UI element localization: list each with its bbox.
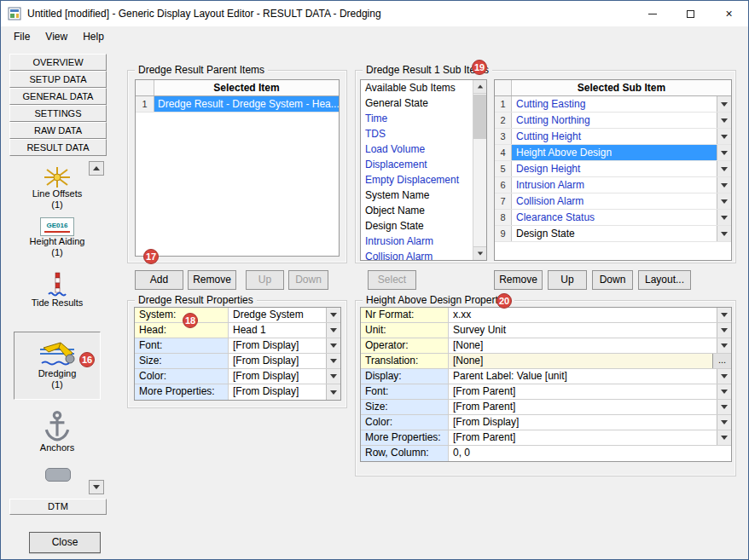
table-row[interactable]: 3 Cutting Height [495, 129, 731, 145]
font-dropdown[interactable]: [From Parent] [449, 384, 717, 399]
display-dropdown[interactable]: Parent Label: Value [unit] [449, 369, 717, 384]
dropdown-button[interactable] [717, 430, 731, 445]
menu-file[interactable]: File [6, 28, 38, 45]
sub-item-value[interactable]: Cutting Easting [512, 96, 717, 112]
dropdown-button[interactable] [326, 369, 340, 384]
dropdown-button[interactable] [717, 308, 731, 322]
size-dropdown[interactable]: [From Display] [229, 354, 326, 368]
sub-item-value[interactable]: Design State [512, 226, 717, 241]
table-row[interactable]: 2 Cutting Northing [495, 113, 731, 129]
translation-ellipsis-button[interactable]: ... [712, 354, 731, 368]
dropdown-button[interactable] [326, 308, 340, 322]
dropdown-button[interactable] [717, 415, 731, 430]
menu-view[interactable]: View [38, 28, 75, 45]
sidebar-item-raw-data[interactable]: RAW DATA [9, 122, 107, 139]
list-item[interactable]: Empty Displacement [361, 172, 486, 188]
sidebar-item-height-aiding[interactable]: GE016 Height Aiding (1) [13, 217, 102, 258]
sidebar-item-general-data[interactable]: GENERAL DATA [9, 88, 107, 105]
list-item[interactable]: General State [361, 95, 486, 111]
dropdown-button[interactable] [717, 323, 731, 338]
table-row[interactable]: 7 Collision Alarm [495, 193, 731, 210]
dropdown-button[interactable] [717, 113, 731, 128]
up-sub-button[interactable]: Up [548, 270, 587, 290]
list-item[interactable]: System Name [361, 188, 486, 203]
operator-dropdown[interactable]: [None] [449, 338, 717, 353]
sub-item-value[interactable]: Intrusion Alarm [512, 177, 717, 193]
parent-item-value[interactable]: Dredge Result - Dredge System - Hea... [154, 96, 339, 112]
sub-item-value[interactable]: Collision Alarm [512, 193, 717, 209]
dropdown-button[interactable] [717, 145, 731, 160]
down-parent-button[interactable]: Down [288, 270, 328, 290]
select-button[interactable]: Select [368, 270, 416, 290]
scroll-up-button[interactable] [473, 80, 486, 94]
nr-format-dropdown[interactable]: x.xx [449, 308, 717, 322]
dropdown-button[interactable] [326, 338, 340, 353]
sidebar-item-anchors[interactable]: Anchors [13, 410, 102, 453]
dropdown-button[interactable] [717, 129, 731, 144]
down-sub-button[interactable]: Down [592, 270, 633, 290]
sub-item-value[interactable]: Cutting Northing [512, 113, 717, 128]
menu-help[interactable]: Help [75, 28, 112, 45]
table-row[interactable]: 8 Clearance Status [495, 210, 731, 226]
table-row[interactable]: 1 Cutting Easting [495, 96, 731, 113]
list-item[interactable]: Load Volume [361, 141, 486, 157]
more-properties-dropdown[interactable]: [From Parent] [449, 430, 717, 445]
system-dropdown[interactable]: Dredge System [229, 308, 326, 322]
size-dropdown[interactable]: [From Parent] [449, 400, 717, 414]
dropdown-button[interactable] [717, 400, 731, 414]
list-item[interactable]: TDS [361, 126, 486, 141]
dropdown-button[interactable] [717, 226, 731, 241]
maximize-button[interactable] [671, 1, 710, 26]
sidebar-item-overview[interactable]: OVERVIEW [9, 54, 107, 71]
unit-dropdown[interactable]: Survey Unit [449, 323, 717, 338]
table-row-selected[interactable]: 4 Height Above Design [495, 145, 731, 161]
table-row[interactable]: 1 Dredge Result - Dredge System - Hea... [136, 96, 339, 113]
table-row[interactable]: 6 Intrusion Alarm [495, 177, 731, 193]
sub-item-value[interactable]: Design Height [512, 161, 717, 176]
list-item[interactable]: Time [361, 111, 486, 126]
table-row[interactable]: 5 Design Height [495, 161, 731, 177]
remove-parent-button[interactable]: Remove [188, 270, 236, 290]
remove-sub-button[interactable]: Remove [494, 270, 543, 290]
add-button[interactable]: Add [135, 270, 183, 290]
sidebar-item-line-offsets[interactable]: Line Offsets (1) [13, 166, 102, 211]
sidebar-item-tide-results[interactable]: Tide Results [13, 272, 102, 309]
list-item[interactable]: Displacement [361, 157, 486, 172]
sidebar-item-dtm[interactable]: DTM [9, 499, 107, 515]
dropdown-button[interactable] [717, 210, 731, 225]
font-dropdown[interactable]: [From Display] [229, 338, 326, 353]
scroll-down-button[interactable] [473, 246, 486, 260]
sub-item-value[interactable]: Height Above Design [512, 145, 717, 160]
head-dropdown[interactable]: Head 1 [229, 323, 326, 338]
dropdown-button[interactable] [717, 369, 731, 384]
up-parent-button[interactable]: Up [246, 270, 284, 290]
dropdown-button[interactable] [717, 161, 731, 176]
list-item[interactable]: Collision Alarm [361, 249, 486, 261]
scrollbar-thumb[interactable] [473, 95, 486, 139]
dropdown-button[interactable] [326, 384, 340, 400]
minimize-button[interactable] [633, 1, 671, 26]
sidebar-item-result-data[interactable]: RESULT DATA [9, 139, 107, 156]
list-item[interactable]: Intrusion Alarm [361, 234, 486, 249]
list-item[interactable]: Design State [361, 218, 486, 234]
more-properties-dropdown[interactable]: [From Display] [229, 384, 326, 400]
sub-item-value[interactable]: Cutting Height [512, 129, 717, 144]
available-scrollbar[interactable] [473, 80, 486, 260]
sub-item-value[interactable]: Clearance Status [512, 210, 717, 225]
color-dropdown[interactable]: [From Display] [449, 415, 717, 430]
translation-field[interactable]: [None] [449, 354, 712, 368]
close-window-button[interactable]: × [710, 1, 748, 26]
color-dropdown[interactable]: [From Display] [229, 369, 326, 384]
dropdown-button[interactable] [717, 193, 731, 209]
close-button[interactable]: Close [29, 532, 101, 553]
dropdown-button[interactable] [326, 323, 340, 338]
dropdown-button[interactable] [326, 354, 340, 368]
dropdown-button[interactable] [717, 96, 731, 112]
dropdown-button[interactable] [717, 384, 731, 399]
dropdown-button[interactable] [717, 177, 731, 193]
layout-button[interactable]: Layout... [638, 270, 691, 290]
table-row[interactable]: 9 Design State [495, 226, 731, 242]
sidebar-item-setup-data[interactable]: SETUP DATA [9, 71, 107, 88]
dropdown-button[interactable] [717, 338, 731, 353]
sidebar-scroll-down-button[interactable] [89, 480, 104, 494]
